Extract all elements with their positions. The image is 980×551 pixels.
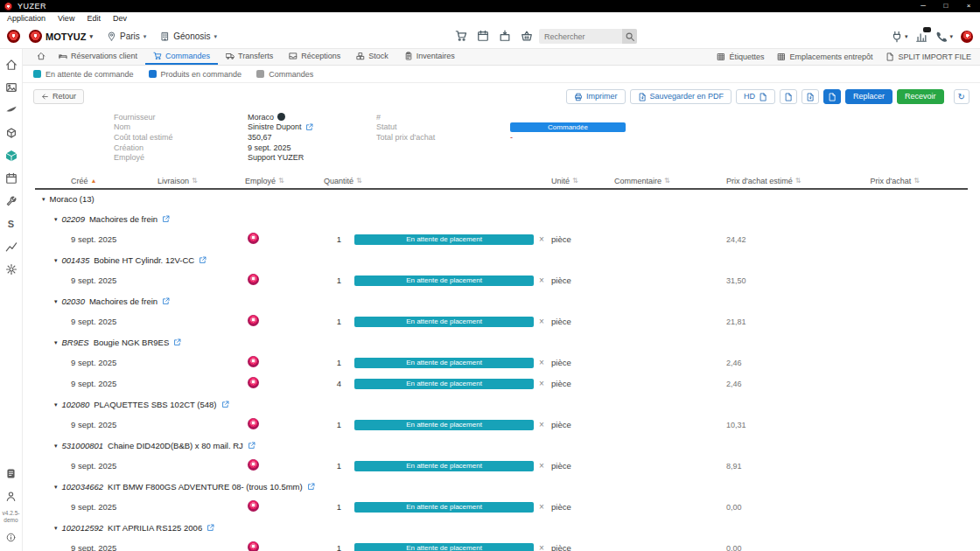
ext-link-icon[interactable]	[199, 256, 206, 264]
sidebar-image-icon[interactable]	[0, 76, 22, 99]
subtab-commandes[interactable]: Commandes	[256, 70, 313, 79]
column-header-cree[interactable]: Créé▲	[35, 177, 158, 185]
refresh-button[interactable]: ↻	[954, 89, 970, 104]
selector-geonosis[interactable]: Géonosis▾	[160, 31, 217, 41]
sidebar-gear-icon[interactable]	[0, 258, 22, 281]
print-button[interactable]: Imprimer	[566, 89, 626, 104]
ext-link-icon[interactable]	[248, 442, 256, 450]
hd-button[interactable]: HD	[736, 89, 775, 104]
product-header-row[interactable]: ▾02209Machoires de frein	[35, 209, 968, 229]
tabbar-action-split-import-file[interactable]: SPLIT IMPORT FILE	[886, 52, 971, 61]
ext-link-icon[interactable]	[173, 338, 181, 346]
table-row[interactable]: 9 sept. 20251En attente de placement×piè…	[35, 456, 968, 477]
replace-button[interactable]: Replacer	[845, 89, 892, 104]
employee-avatar[interactable]	[248, 541, 259, 551]
sidebar-calendar-icon[interactable]	[0, 167, 22, 190]
remove-status-button[interactable]: ×	[539, 502, 544, 512]
employee-avatar[interactable]	[248, 233, 259, 244]
sidebar-person-icon[interactable]	[0, 485, 22, 508]
table-row[interactable]: 9 sept. 20251En attente de placement×piè…	[35, 538, 968, 551]
doc-button-1[interactable]	[780, 89, 797, 104]
maximize-button[interactable]: □	[934, 0, 957, 12]
product-header-row[interactable]: ▾531000801Chaine DID420D(B&B) x 80 mail.…	[35, 436, 968, 456]
sidebar-stats-line-icon[interactable]	[0, 235, 22, 258]
tabbar-action-emplacements-entrepot[interactable]: Emplacements entrepôt	[777, 52, 872, 61]
search-input[interactable]	[539, 32, 622, 41]
product-header-row[interactable]: ▾BR9ESBougie NGK BR9ES	[35, 332, 968, 352]
minimize-button[interactable]: ─	[912, 0, 934, 12]
column-header-unite[interactable]: Unité⇅	[551, 177, 614, 185]
employee-avatar[interactable]	[248, 356, 259, 367]
employee-avatar[interactable]	[248, 459, 259, 471]
employee-avatar[interactable]	[248, 274, 259, 285]
tab-stock[interactable]: Stock	[348, 49, 396, 65]
table-row[interactable]: 9 sept. 20251En attente de placement×piè…	[35, 270, 968, 291]
ext-link-icon[interactable]	[307, 483, 315, 491]
remove-status-button[interactable]: ×	[539, 358, 544, 367]
menu-item-edit[interactable]: Edit	[87, 14, 101, 23]
sidebar-notebook-icon[interactable]	[0, 463, 22, 485]
cart-button[interactable]	[455, 30, 467, 44]
column-header-employe[interactable]: Employé⇅	[245, 177, 324, 185]
menu-item-view[interactable]: View	[58, 14, 74, 23]
ext-link-icon[interactable]	[162, 215, 170, 223]
ext-link-icon[interactable]	[162, 297, 170, 305]
column-header-commentaire[interactable]: Commentaire⇅	[614, 177, 726, 185]
doc-button-2[interactable]	[802, 89, 819, 104]
stats-button[interactable]	[915, 31, 928, 43]
column-header-prix-d-achat[interactable]: Prix d'achat⇅	[822, 177, 968, 185]
remove-status-button[interactable]: ×	[539, 276, 544, 285]
column-header-quantite[interactable]: Quantité⇅	[324, 177, 354, 185]
table-row[interactable]: 9 sept. 20251En attente de placement×piè…	[35, 415, 968, 436]
table-row[interactable]: 9 sept. 20251En attente de placement×piè…	[35, 497, 968, 518]
ext-link-icon[interactable]	[206, 524, 214, 532]
back-button[interactable]: Retour	[33, 89, 84, 104]
sidebar-info-button[interactable]	[0, 526, 22, 548]
tab-home[interactable]	[32, 49, 51, 65]
tab-inventaires[interactable]: Inventaires	[396, 49, 463, 65]
plug-button[interactable]: ▾	[891, 31, 908, 43]
selector-paris[interactable]: Paris▾	[107, 31, 146, 41]
employee-avatar[interactable]	[248, 500, 259, 512]
tab-reservations-client[interactable]: Réservations client	[51, 49, 145, 65]
receive-button[interactable]	[499, 30, 511, 44]
menu-item-application[interactable]: Application	[7, 14, 46, 23]
column-header-prix-d-achat-estime[interactable]: Prix d'achat estimé⇅	[726, 177, 822, 185]
remove-status-button[interactable]: ×	[539, 234, 544, 244]
employee-avatar[interactable]	[248, 377, 259, 388]
product-header-row[interactable]: ▾102080PLAQUETTES SBS 102CT (548)	[35, 394, 968, 415]
group-header-row[interactable]: ▾Moraco (13)	[35, 190, 968, 209]
close-button[interactable]: ×	[957, 0, 980, 12]
tab-transferts[interactable]: Transferts	[218, 49, 281, 65]
ext-link-icon[interactable]	[305, 123, 313, 131]
sidebar-wrench-icon[interactable]	[0, 190, 22, 213]
tab-commandes[interactable]: Commandes	[145, 49, 218, 65]
subtab-produits-en-commande[interactable]: Produits en commande	[149, 70, 242, 79]
remove-status-button[interactable]: ×	[539, 461, 544, 471]
tab-receptions[interactable]: Réceptions	[281, 49, 348, 65]
remove-status-button[interactable]: ×	[539, 543, 544, 551]
tabbar-action-etiquettes[interactable]: Étiquettes	[717, 52, 764, 61]
save-pdf-button[interactable]: Sauvegarder en PDF	[630, 89, 732, 104]
app-avatar-icon[interactable]	[7, 30, 20, 43]
basket-button[interactable]	[521, 30, 533, 44]
employee-avatar[interactable]	[248, 315, 259, 326]
sidebar-s-module-icon[interactable]: S	[0, 213, 22, 235]
calendar-button[interactable]	[477, 30, 489, 44]
remove-status-button[interactable]: ×	[539, 379, 544, 388]
product-header-row[interactable]: ▾001435Bobine HT Cylindr. 12V-CC	[35, 250, 968, 270]
product-header-row[interactable]: ▾102012592KIT APRILIA RS125 2006	[35, 518, 968, 538]
subtab-en-attente-de-commande[interactable]: En attente de commande	[33, 70, 134, 79]
menu-item-dev[interactable]: Dev	[113, 14, 127, 23]
remove-status-button[interactable]: ×	[539, 317, 544, 326]
product-header-row[interactable]: ▾102034662KIT BMW F800GS ADVENTURE 08- (…	[35, 477, 968, 497]
table-row[interactable]: 9 sept. 20251En attente de placement×piè…	[35, 229, 968, 250]
product-header-row[interactable]: ▾02030Machoires de frein	[35, 291, 968, 311]
doc-button-primary[interactable]	[823, 89, 841, 104]
ext-link-icon[interactable]	[221, 401, 229, 408]
column-header-livraison[interactable]: Livraison⇅	[158, 177, 245, 185]
table-row[interactable]: 9 sept. 20251En attente de placement×piè…	[35, 311, 968, 332]
brand-menu[interactable]: MOTYUZ ▾	[29, 30, 93, 43]
receive-button[interactable]: Recevoir	[897, 89, 944, 104]
sidebar-warehouse-icon[interactable]	[0, 144, 22, 167]
